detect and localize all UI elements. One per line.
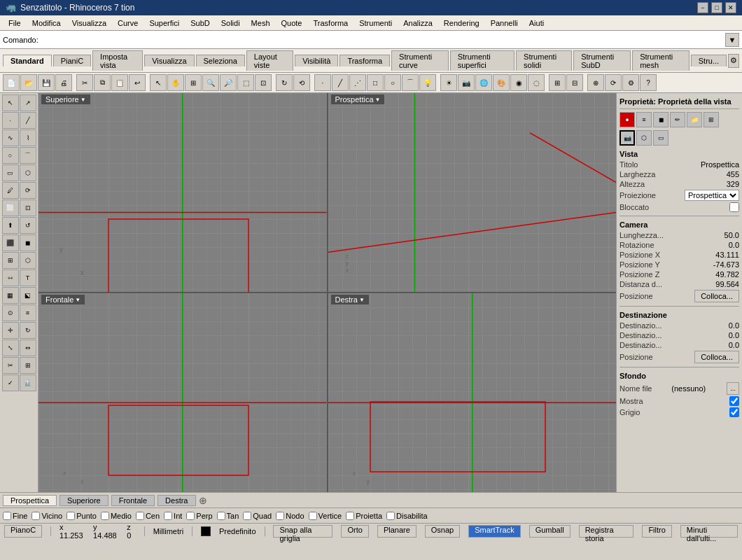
tab-imposta-vista[interactable]: Imposta vista	[92, 50, 143, 71]
viewport-destra-label[interactable]: Destra ▼	[331, 295, 369, 304]
bottom-tab-superiore[interactable]: Superiore	[59, 495, 108, 506]
arc-icon[interactable]: ⌒	[402, 74, 419, 91]
rp-nomefile-browse-button[interactable]: ...	[727, 382, 739, 395]
new-icon[interactable]: 📄	[3, 74, 20, 91]
menu-solidi[interactable]: Solidi	[216, 18, 246, 29]
snap-quad-checkbox[interactable]	[243, 512, 251, 520]
light-icon[interactable]: ☀	[440, 74, 457, 91]
filtro-button[interactable]: Filtro	[642, 525, 671, 538]
viewport-frontale-arrow[interactable]: ▼	[75, 297, 80, 303]
trim-tool[interactable]: ✂	[2, 357, 19, 374]
history-icon[interactable]: ⟳	[605, 74, 622, 91]
rp-posizione-button[interactable]: Colloca...	[694, 290, 739, 302]
polygon-tool[interactable]: ⬡	[20, 164, 36, 181]
mesh-tool[interactable]: ⊞	[2, 252, 19, 269]
plane-tool[interactable]: ⊡	[20, 200, 36, 216]
rp-icon-camera[interactable]: 📷	[620, 130, 635, 146]
toolbar-options-button[interactable]: ⚙	[728, 54, 739, 68]
tab-layout-viste[interactable]: Layout viste	[246, 50, 293, 71]
tab-strumenti-curve[interactable]: Strumenti curve	[391, 50, 449, 71]
zoom-window-icon[interactable]: ⬚	[237, 74, 254, 91]
cut-icon[interactable]: ✂	[76, 74, 93, 91]
snap-proietta-checkbox[interactable]	[346, 512, 354, 520]
viewport-superiore-arrow[interactable]: ▼	[80, 97, 86, 103]
point-icon[interactable]: ·	[314, 74, 331, 91]
polyline-icon[interactable]: ⋰	[349, 74, 366, 91]
tab-strumenti-subd[interactable]: Strumenti SubD	[573, 50, 631, 71]
tab-trasforma[interactable]: Trasforma	[340, 55, 390, 66]
rp-icon-object[interactable]: ●	[620, 112, 635, 127]
join-tool[interactable]: ⊞	[20, 357, 36, 374]
snap-medio-checkbox[interactable]	[101, 512, 109, 520]
minuti-button[interactable]: Minuti dall'ulti...	[680, 525, 738, 538]
viewport-destra[interactable]: Destra ▼ z y	[328, 293, 617, 492]
rp-grigio-checkbox[interactable]	[729, 407, 739, 417]
text-tool[interactable]: T	[20, 270, 36, 286]
tab-pianic[interactable]: PianiC	[53, 55, 91, 66]
dim-tool[interactable]: ⇿	[2, 270, 19, 286]
menu-strumenti[interactable]: Strumenti	[354, 18, 398, 29]
settings-icon[interactable]: ⚙	[622, 74, 639, 91]
tab-strumenti-mesh[interactable]: Strumenti mesh	[632, 50, 690, 71]
box-tool[interactable]: ◼	[20, 234, 36, 251]
rp-icon-display[interactable]: ▭	[653, 130, 668, 146]
snap-tan-checkbox[interactable]	[217, 512, 225, 520]
viewport-frontale-label[interactable]: Frontale ▼	[41, 295, 85, 304]
menu-trasforma[interactable]: Trasforma	[307, 18, 354, 29]
rotate-icon[interactable]: ↻	[276, 74, 293, 91]
material-color-swatch[interactable]	[201, 526, 211, 536]
scale-tool[interactable]: ⤡	[2, 340, 19, 356]
copy-icon[interactable]: ⧉	[94, 74, 111, 91]
snap-int-checkbox[interactable]	[164, 512, 172, 520]
material-icon[interactable]: 🎨	[493, 74, 510, 91]
paste-icon[interactable]: 📋	[111, 74, 128, 91]
snap-vertice-checkbox[interactable]	[309, 512, 317, 520]
tab-visibilita[interactable]: Visibilità	[295, 55, 338, 66]
help-icon[interactable]: ?	[640, 74, 657, 91]
viewport-frontale[interactable]: Frontale ▼ z x	[38, 293, 327, 492]
zoom-out-icon[interactable]: 🔎	[220, 74, 237, 91]
texture-icon[interactable]: ◉	[510, 74, 527, 91]
pianoc-button[interactable]: PianoC	[4, 525, 42, 538]
arc-tool[interactable]: ⌒	[20, 147, 36, 164]
bottom-tab-destra[interactable]: Destra	[158, 495, 195, 506]
zoom-extent-icon[interactable]: ⊞	[185, 74, 202, 91]
sphere-icon[interactable]: 🌐	[475, 74, 492, 91]
curve-tool[interactable]: ∿	[2, 130, 19, 146]
command-input[interactable]	[41, 36, 725, 44]
viewport-prospettica-label[interactable]: Prospettica ▼	[331, 94, 385, 104]
snap-perp-checkbox[interactable]	[186, 512, 195, 520]
tab-strumenti-solidi[interactable]: Strumenti solidi	[516, 50, 572, 71]
rect-icon[interactable]: □	[367, 74, 384, 91]
env-icon[interactable]: ◌	[528, 74, 545, 91]
menu-pannelli[interactable]: Pannelli	[485, 18, 524, 29]
rotate-tool[interactable]: ↻	[20, 322, 36, 339]
lamp-icon[interactable]: 💡	[419, 74, 436, 91]
snap-nodo-checkbox[interactable]	[276, 512, 284, 520]
zoom-selected-icon[interactable]: ⊡	[255, 74, 272, 91]
extrude-tool[interactable]: ⬆	[2, 217, 19, 234]
menu-analizza[interactable]: Analizza	[398, 18, 438, 29]
revolve-tool[interactable]: ↺	[20, 217, 36, 234]
line-icon[interactable]: ╱	[332, 74, 349, 91]
tab-stru[interactable]: Stru...	[691, 55, 727, 66]
open-icon[interactable]: 📂	[20, 74, 37, 91]
rp-mostra-checkbox[interactable]	[729, 396, 739, 406]
rp-icon-material[interactable]: ◼	[653, 112, 668, 127]
tab-seleziona[interactable]: Seleziona	[196, 55, 245, 66]
rect-tool[interactable]: ▭	[2, 164, 19, 181]
osnap-button[interactable]: Osnap	[425, 525, 460, 538]
menu-visualizza[interactable]: Visualizza	[66, 18, 112, 29]
osnap-tool[interactable]: ⊙	[2, 304, 19, 321]
select-tool[interactable]: ↖	[2, 94, 19, 111]
subd-tool[interactable]: ⬡	[20, 252, 36, 269]
polyline-tool[interactable]: ╱	[20, 112, 36, 129]
command-expand-button[interactable]: ▼	[725, 33, 739, 47]
camera2-icon[interactable]: 📷	[458, 74, 475, 91]
block-tool[interactable]: ⬕	[20, 287, 36, 304]
surface-tool[interactable]: ⬜	[2, 200, 19, 216]
menu-modifica[interactable]: Modifica	[27, 18, 66, 29]
snap-grid-icon[interactable]: ⊞	[549, 74, 566, 91]
snap-grid-button[interactable]: Snap alla griglia	[273, 525, 332, 538]
hatch-tool[interactable]: ▦	[2, 287, 19, 304]
